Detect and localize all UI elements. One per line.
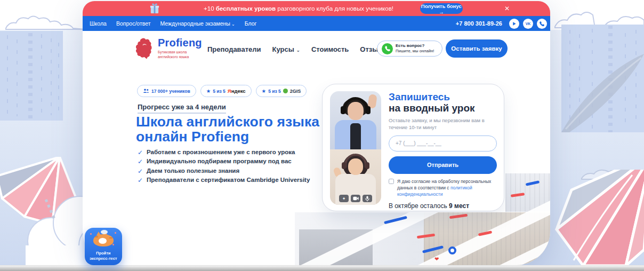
vk-icon[interactable]: VK	[523, 19, 533, 29]
nav-courses[interactable]: Курсы ⌄	[272, 45, 300, 53]
yandex-logo: Яндекс	[228, 88, 246, 94]
top-navigation-bar: Школа Вопрос/ответ Международные экзамен…	[83, 16, 550, 31]
page-title: Школа английского языка онлайн Profieng	[136, 114, 319, 144]
building-decoration	[561, 25, 644, 132]
get-bonus-button[interactable]: Получить бонус →	[420, 3, 463, 14]
sparkle-icon: ✦	[342, 196, 346, 201]
rating-badges: 17 000+ учеников ★ 5 из 5 Яндекс ★ 5 из …	[137, 85, 307, 97]
topbar-link-blog[interactable]: Блог	[245, 20, 257, 27]
leave-request-button[interactable]: Оставить заявку	[446, 39, 508, 58]
whatsapp-text: Есть вопрос? Пишите, мы онлайн!	[396, 43, 434, 53]
cloud-decoration	[5, 13, 85, 30]
hero-tagline: Прогресс уже за 4 недели	[138, 103, 226, 114]
checklist-item: ✓Работаем с произношением уже с первого …	[138, 149, 310, 156]
checklist-item: ✓Индивидуально подбираем программу под в…	[138, 158, 310, 165]
yandex-rating-badge[interactable]: ★ 5 из 5 Яндекс	[200, 85, 252, 97]
confetti-ring	[448, 246, 456, 254]
nav-pricing[interactable]: Стоимость	[311, 45, 349, 53]
2gis-rating-badge[interactable]: ★ 5 из 5 2GIS	[256, 85, 307, 97]
whatsapp-icon	[382, 43, 393, 54]
heart-decoration: ❤	[434, 256, 439, 262]
content-column: +10 бесплатных уроков разговорного клуба…	[83, 1, 550, 265]
consent-row: Я даю согласие на обработку персональных…	[389, 178, 497, 197]
topbar-nav: Школа Вопрос/ответ Международные экзамен…	[90, 20, 256, 27]
checklist-item: ✓Даем только полезные знания	[138, 168, 310, 175]
consent-label: Я даю согласие на обработку персональных…	[397, 178, 492, 197]
lion-logo-icon	[134, 37, 154, 60]
main-content: Profieng Бутиковая школа английского язы…	[83, 31, 550, 265]
building-decoration	[0, 31, 63, 121]
topbar-right: +7 800 301-89-26 VK	[456, 19, 547, 29]
promo-text: +10 бесплатных уроков разговорного клуба…	[192, 1, 405, 16]
video-call-preview: ✦	[330, 91, 381, 205]
effects-button[interactable]: ✦	[339, 195, 349, 202]
close-icon[interactable]: ✕	[503, 4, 511, 13]
form-title: на вводный урок	[389, 102, 497, 114]
signup-form-card: ✦ Запишитесь на вводный урок Оставьте за…	[322, 84, 504, 211]
2gis-logo	[283, 89, 288, 93]
star-icon: ★	[262, 89, 267, 94]
logo-tagline: Бутиковая школа английского языка	[158, 50, 202, 59]
video-controls: ✦	[339, 195, 372, 202]
phone-number[interactable]: +7 800 301-89-26	[456, 20, 502, 27]
topbar-link-exams[interactable]: Международные экзамены⌄	[160, 20, 235, 27]
check-icon: ✓	[138, 177, 143, 184]
form-subtitle: Оставьте заявку, и мы перезвоним вам в т…	[389, 117, 491, 131]
logo[interactable]: Profieng Бутиковая школа английского язы…	[134, 37, 202, 60]
signup-form: Запишитесь на вводный урок Оставьте заяв…	[389, 91, 497, 210]
bottom-edge	[0, 265, 644, 271]
promo-banner: +10 бесплатных уроков разговорного клуба…	[83, 1, 550, 16]
check-icon: ✓	[138, 149, 143, 156]
chevron-down-icon: ⌄	[231, 22, 235, 27]
quiz-button-label: Пройти экспресс-тест	[85, 251, 122, 261]
whatsapp-contact-button[interactable]: Есть вопрос? Пишите, мы онлайн!	[377, 41, 442, 57]
topbar-link-school[interactable]: Школа	[90, 20, 107, 27]
nav-teachers[interactable]: Преподаватели	[207, 45, 261, 53]
mic-icon	[365, 196, 369, 202]
camera-button[interactable]	[351, 195, 360, 202]
youtube-icon[interactable]	[509, 19, 519, 29]
form-title-accent: Запишитесь	[389, 91, 497, 102]
logo-text: Profieng Бутиковая школа английского язы…	[158, 37, 202, 59]
camera-icon	[353, 196, 359, 201]
phone-input[interactable]	[389, 136, 497, 152]
benefits-checklist: ✓Работаем с произношением уже с первого …	[138, 149, 310, 186]
students-badge[interactable]: 17 000+ учеников	[137, 85, 196, 97]
page: +10 бесплатных уроков разговорного клуба…	[0, 0, 644, 271]
express-test-button[interactable]: Пройти экспресс-тест	[85, 228, 122, 265]
chevron-down-icon: ⌄	[296, 47, 300, 53]
photo-collage: ❤	[295, 212, 550, 265]
availability-note: В октябре осталось 9 мест	[389, 202, 497, 210]
consent-checkbox[interactable]	[389, 179, 394, 184]
topbar-link-faq[interactable]: Вопрос/ответ	[116, 20, 151, 27]
teacher-video-frame	[330, 91, 381, 149]
submit-button[interactable]: Отправить	[389, 156, 497, 174]
users-icon	[143, 89, 149, 93]
gift-icon	[149, 3, 160, 14]
umbrella-decoration	[552, 170, 644, 266]
whatsapp-icon[interactable]	[537, 19, 547, 29]
star-icon: ★	[206, 89, 211, 94]
logo-title: Profieng	[158, 37, 202, 48]
checklist-item: ✓Преподаватели с сертификатом Cambridge …	[138, 177, 310, 184]
check-icon: ✓	[138, 168, 143, 174]
microphone-button[interactable]	[363, 195, 372, 202]
check-icon: ✓	[138, 158, 143, 165]
